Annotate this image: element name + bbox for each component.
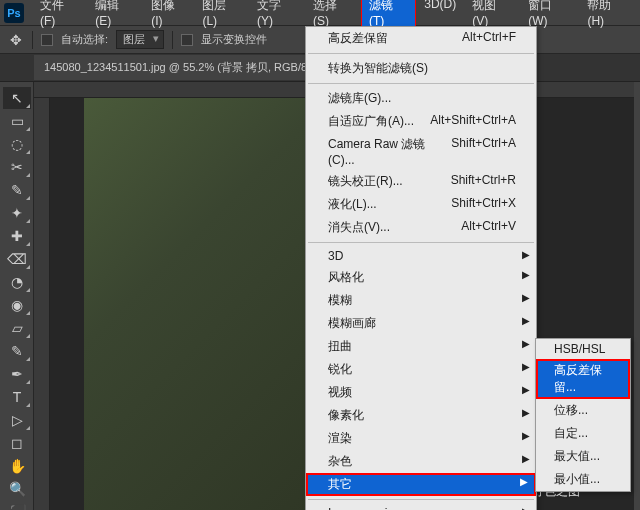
- filter-item[interactable]: 视频▶: [306, 381, 536, 404]
- submenu-item[interactable]: HSB/HSL: [536, 339, 630, 359]
- menu-图像[interactable]: 图像(I): [143, 0, 194, 32]
- tool-1[interactable]: ▭: [3, 110, 31, 132]
- filter-item[interactable]: 锐化▶: [306, 358, 536, 381]
- menu-帮助[interactable]: 帮助(H): [579, 0, 636, 32]
- submenu-item[interactable]: 自定...: [536, 422, 630, 445]
- filter-item[interactable]: Camera Raw 滤镜(C)...Shift+Ctrl+A: [306, 133, 536, 170]
- tool-10[interactable]: ▱: [3, 317, 31, 339]
- submenu-item[interactable]: 位移...: [536, 399, 630, 422]
- menu-图层[interactable]: 图层(L): [194, 0, 249, 32]
- submenu-item[interactable]: 高反差保留...: [536, 359, 630, 399]
- ruler-vertical: [34, 98, 50, 510]
- menubar: Ps 文件(F)编辑(E)图像(I)图层(L)文字(Y)选择(S)滤镜(T)3D…: [0, 0, 640, 26]
- tool-8[interactable]: ◔: [3, 271, 31, 293]
- document-tab[interactable]: 145080_1234511501.jpg @ 55.2% (背景 拷贝, RG…: [34, 55, 345, 80]
- tool-13[interactable]: T: [3, 386, 31, 408]
- submenu-item[interactable]: 最小值...: [536, 468, 630, 491]
- tool-12[interactable]: ✒: [3, 363, 31, 385]
- filter-item[interactable]: 滤镜库(G)...: [306, 87, 536, 110]
- tool-7[interactable]: ⌫: [3, 248, 31, 270]
- filter-item[interactable]: 其它▶: [306, 473, 536, 496]
- filter-item[interactable]: 风格化▶: [306, 266, 536, 289]
- filter-menu-dropdown: 高反差保留Alt+Ctrl+F转换为智能滤镜(S)滤镜库(G)...自适应广角(…: [305, 26, 537, 510]
- filter-item[interactable]: Imagenomic▶: [306, 503, 536, 510]
- menu-文件[interactable]: 文件(F): [32, 0, 87, 32]
- tool-3[interactable]: ✂: [3, 156, 31, 178]
- tool-6[interactable]: ✚: [3, 225, 31, 247]
- tool-5[interactable]: ✦: [3, 202, 31, 224]
- filter-item[interactable]: 扭曲▶: [306, 335, 536, 358]
- tool-17[interactable]: 🔍: [3, 478, 31, 500]
- filter-item[interactable]: 杂色▶: [306, 450, 536, 473]
- filter-item[interactable]: 镜头校正(R)...Shift+Ctrl+R: [306, 170, 536, 193]
- auto-select-label: 自动选择:: [61, 32, 108, 47]
- tool-11[interactable]: ✎: [3, 340, 31, 362]
- filter-item[interactable]: 高反差保留Alt+Ctrl+F: [306, 27, 536, 50]
- tool-18[interactable]: ⬛: [3, 501, 31, 510]
- filter-item[interactable]: 模糊画廊▶: [306, 312, 536, 335]
- menu-编辑[interactable]: 编辑(E): [87, 0, 143, 32]
- submenu-item[interactable]: 最大值...: [536, 445, 630, 468]
- tool-9[interactable]: ◉: [3, 294, 31, 316]
- layer-dropdown[interactable]: 图层: [116, 30, 164, 49]
- menu-文字[interactable]: 文字(Y): [249, 0, 305, 32]
- filter-item[interactable]: 转换为智能滤镜(S): [306, 57, 536, 80]
- auto-select-checkbox[interactable]: [41, 34, 53, 46]
- app-logo: Ps: [4, 3, 24, 23]
- panel-dock-edge: [634, 82, 640, 510]
- other-submenu: HSB/HSL高反差保留...位移...自定...最大值...最小值...: [535, 338, 631, 492]
- filter-item[interactable]: 3D▶: [306, 246, 536, 266]
- tab-title: 145080_1234511501.jpg @ 55.2% (背景 拷贝, RG…: [44, 61, 317, 73]
- tools-panel: ↖▭◌✂✎✦✚⌫◔◉▱✎✒T▷◻✋🔍⬛↩: [0, 82, 34, 510]
- show-transform-checkbox[interactable]: [181, 34, 193, 46]
- tool-15[interactable]: ◻: [3, 432, 31, 454]
- filter-item[interactable]: 像素化▶: [306, 404, 536, 427]
- filter-item[interactable]: 渲染▶: [306, 427, 536, 450]
- tool-16[interactable]: ✋: [3, 455, 31, 477]
- tool-14[interactable]: ▷: [3, 409, 31, 431]
- tool-4[interactable]: ✎: [3, 179, 31, 201]
- filter-item[interactable]: 自适应广角(A)...Alt+Shift+Ctrl+A: [306, 110, 536, 133]
- move-tool-icon: ✥: [8, 32, 24, 48]
- show-transform-label: 显示变换控件: [201, 32, 267, 47]
- filter-item[interactable]: 液化(L)...Shift+Ctrl+X: [306, 193, 536, 216]
- tool-2[interactable]: ◌: [3, 133, 31, 155]
- tool-0[interactable]: ↖: [3, 87, 31, 109]
- filter-item[interactable]: 模糊▶: [306, 289, 536, 312]
- filter-item[interactable]: 消失点(V)...Alt+Ctrl+V: [306, 216, 536, 239]
